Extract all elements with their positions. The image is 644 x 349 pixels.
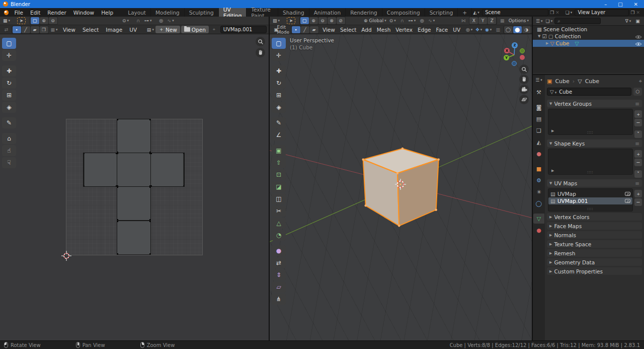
uv-2d-cursor[interactable] — [61, 251, 71, 261]
workspace-tab-uv-editing[interactable]: UV Editing — [219, 8, 247, 17]
vp-menu-uv[interactable]: UV — [450, 25, 463, 34]
vp-select-intersect-icon[interactable]: ⊘ — [337, 17, 345, 24]
panel-vertex-colors[interactable]: ▶Vertex Colors — [547, 213, 642, 221]
uv-tool-rip-region[interactable]: ⌂ — [2, 133, 16, 144]
vertex-groups-list[interactable]: ▶ ∷∷ — [548, 109, 633, 135]
panel-remesh[interactable]: ▶Remesh — [547, 249, 642, 257]
uv-face-left[interactable] — [83, 153, 117, 187]
view-layer-selector[interactable]: View Layer — [575, 9, 629, 16]
new-scene-icon[interactable]: ❐ — [550, 10, 554, 15]
vp-shading-material-icon[interactable]: ◑ — [522, 26, 531, 33]
outliner-search-input[interactable]: ⌕ — [554, 18, 601, 24]
properties-pin-icon[interactable]: ⌖ — [639, 78, 642, 85]
new-view-layer-icon[interactable]: ❐ — [630, 10, 634, 15]
panel-uv-maps-header[interactable]: ▼UV Maps ≡ — [547, 179, 642, 187]
vp-menu-select[interactable]: Select — [338, 25, 359, 34]
workspace-tab-compositing[interactable]: Compositing — [382, 8, 425, 17]
properties-editor-type-icon[interactable]: ☰▾ — [534, 77, 543, 84]
uv-active-tool-icon[interactable]: ➤ — [17, 17, 26, 24]
vp-tool-shear[interactable]: ▱ — [272, 282, 286, 293]
vp-tool-edge-slide[interactable]: ⇄ — [272, 257, 286, 268]
new-image-button[interactable]: ＋New — [155, 26, 180, 33]
vp-tool-select-box[interactable]: ▢ — [272, 38, 286, 49]
uv-map-row-uvmap-001[interactable]: ▤ UVMap.001 — [548, 197, 632, 204]
workspace-tab-rendering[interactable]: Rendering — [346, 8, 382, 17]
workspace-tab-modeling[interactable]: Modeling — [151, 8, 185, 17]
panel-vertex-groups-header[interactable]: ▼Vertex Groups ≡ — [547, 100, 642, 107]
vp-select-new-icon[interactable]: ▢ — [300, 17, 309, 24]
uv-sticky-select-icon[interactable]: ▦▾ — [50, 26, 58, 33]
shape-key-specials-button[interactable]: ˅ — [634, 170, 642, 178]
uv-face-front[interactable] — [117, 186, 151, 221]
vp-shading-solid-icon[interactable]: ⬤ — [513, 26, 522, 33]
vp-tool-move[interactable]: ✚ — [272, 65, 286, 77]
mesh-name-field[interactable]: ▽▾ Cube — [547, 88, 631, 96]
uv-face-right[interactable] — [150, 153, 185, 187]
cube-expand-icon[interactable]: ▶ — [546, 41, 548, 45]
vertex-group-specials-button[interactable]: ˅ — [634, 130, 642, 138]
vp-ortho-toggle-icon[interactable] — [519, 95, 529, 104]
fake-user-icon[interactable]: ⬡ — [633, 88, 642, 96]
cube-visibility-eye-icon[interactable] — [635, 41, 642, 46]
outliner-editor-type-icon[interactable]: ☰▾ — [535, 18, 544, 25]
properties-tab-scene[interactable]: ◭ — [533, 137, 544, 147]
vp-camera-view-icon[interactable] — [519, 85, 529, 94]
properties-tab-output[interactable]: ▤ — [533, 114, 544, 124]
properties-tab-physics[interactable]: ◯ — [533, 198, 544, 208]
uv-snap-target-icon[interactable]: ⊶▾ — [143, 17, 153, 24]
uv-face-top[interactable] — [117, 119, 151, 153]
area-divider[interactable] — [532, 17, 533, 340]
panel-geometry-data[interactable]: ▶Geometry Data — [547, 258, 642, 266]
vp-tool-measure[interactable]: ∠ — [272, 129, 286, 141]
uv-face-center[interactable] — [117, 153, 151, 187]
workspace-tab-layout[interactable]: Layout — [123, 8, 151, 17]
vp-orientation-dropdown[interactable]: ⊕ Global▾ — [363, 17, 387, 24]
vp-edge-mode-icon[interactable]: ╱ — [301, 26, 309, 33]
uv-tool-cursor[interactable]: ✛ — [2, 50, 16, 61]
vp-snap-icon[interactable]: ∩ — [398, 17, 407, 24]
vp-tool-cursor[interactable]: ✛ — [272, 50, 286, 61]
vp-falloff-icon[interactable]: ∿▾ — [427, 17, 436, 24]
vp-menu-add[interactable]: Add — [359, 25, 374, 34]
vp-tool-inset-faces[interactable]: ⊡ — [272, 169, 286, 180]
properties-tab-world[interactable]: ● — [533, 149, 544, 159]
properties-tab-tool[interactable]: ⚒ — [533, 87, 544, 97]
uv-editor-type-icon[interactable]: ▦▾ — [2, 17, 11, 24]
uv-island-select-icon[interactable]: ❐ — [40, 26, 48, 33]
open-image-button[interactable]: Open — [181, 26, 209, 33]
outliner-row-collection[interactable]: ▼ ☑ ▢ Collection — [533, 33, 644, 40]
shape-keys-list[interactable]: ▶ ∷∷ — [548, 149, 633, 175]
cube-mesh[interactable] — [358, 144, 445, 230]
workspace-tab-shading[interactable]: Shading — [278, 8, 309, 17]
outliner-row-cube[interactable]: ▶ ▽ Cube ▽ — [533, 40, 644, 47]
panel-shape-keys-header[interactable]: ▼Shape Keys ≡ — [547, 139, 642, 147]
vp-tool-rotate[interactable]: ↻ — [272, 78, 286, 89]
area-divider[interactable] — [269, 17, 270, 340]
vp-proportional-icon[interactable]: ◎ — [418, 17, 426, 24]
workspace-tab-item[interactable]: + — [458, 8, 472, 17]
shape-key-add-button[interactable]: ＋ — [634, 150, 642, 158]
gizmo-y-axis[interactable]: Y — [504, 55, 509, 60]
render-camera-icon[interactable] — [625, 199, 630, 203]
vp-overlays-icon[interactable]: ◉▾ — [484, 26, 493, 33]
vp-tool-rip-region[interactable]: ⋔ — [272, 294, 286, 305]
workspace-tab-animation[interactable]: Animation — [309, 8, 346, 17]
vp-tool-bevel[interactable]: ◪ — [272, 181, 286, 192]
uv-proportional-icon[interactable]: ◎ — [157, 17, 166, 24]
panel-normals[interactable]: ▶Normals — [547, 231, 642, 239]
shape-key-remove-button[interactable]: − — [634, 159, 642, 166]
vp-pivot-icon[interactable]: ⊙▾ — [388, 17, 397, 24]
vp-menu-vertex[interactable]: Vertex — [393, 25, 415, 34]
uv-map-remove-button[interactable]: − — [634, 198, 642, 206]
collection-checkbox-icon[interactable]: ☑ — [542, 33, 546, 39]
uv-map-add-button[interactable]: ＋ — [634, 190, 642, 197]
scene-selector[interactable]: Scene — [482, 9, 548, 16]
uv-tool-rotate[interactable]: ↻ — [2, 78, 16, 89]
vp-mode-dropdown[interactable]: Edit Mode▾ — [281, 26, 290, 33]
vp-tool-annotate[interactable]: ✎ — [272, 117, 286, 128]
workspace-tab-sculpting[interactable]: Sculpting — [185, 8, 219, 17]
maximize-button[interactable]: □ — [618, 2, 622, 7]
menu-render[interactable]: Render — [44, 8, 69, 17]
vp-active-tool-icon[interactable]: ➤ — [287, 17, 295, 24]
vp-tool-loop-cut[interactable]: ◫ — [272, 193, 286, 204]
